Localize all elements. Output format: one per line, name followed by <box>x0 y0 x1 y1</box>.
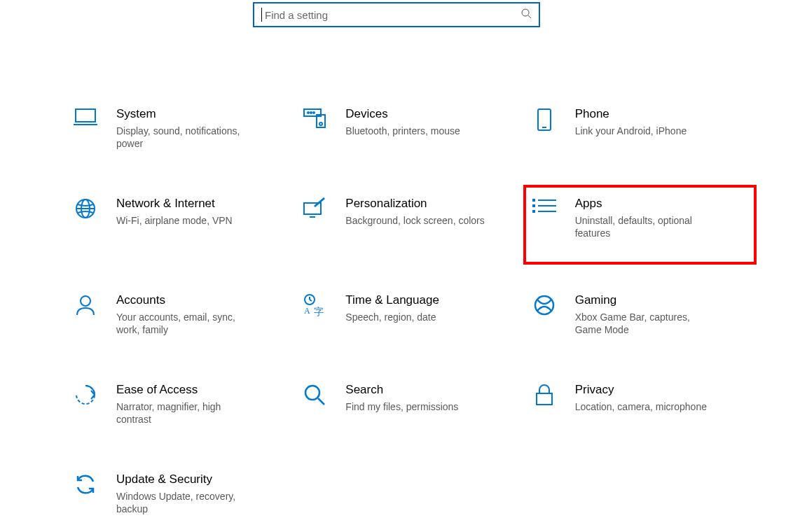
privacy-icon <box>529 382 560 406</box>
tile-title: System <box>116 106 256 122</box>
tile-subtitle: Location, camera, microphone <box>575 400 707 413</box>
tile-phone[interactable]: Phone Link your Android, iPhone <box>529 101 751 155</box>
svg-text:字: 字 <box>314 307 324 316</box>
search-input[interactable] <box>265 9 520 21</box>
tile-title: Devices <box>345 106 460 122</box>
tile-subtitle: Speech, region, date <box>345 311 439 323</box>
tile-devices[interactable]: Devices Bluetooth, printers, mouse <box>299 101 521 155</box>
svg-line-31 <box>318 398 324 405</box>
text-caret <box>261 8 262 22</box>
svg-point-9 <box>313 112 315 113</box>
personalization-icon <box>299 196 330 218</box>
gaming-icon <box>529 293 560 316</box>
svg-rect-2 <box>76 109 95 122</box>
devices-icon <box>299 106 330 129</box>
svg-point-23 <box>81 296 90 306</box>
tile-update-security[interactable]: Update & Security Windows Update, recove… <box>70 466 292 521</box>
tile-subtitle: Find my files, permissions <box>345 400 458 413</box>
apps-icon <box>529 196 560 217</box>
svg-rect-21 <box>538 205 556 206</box>
tile-subtitle: Background, lock screen, colors <box>345 214 484 227</box>
phone-icon <box>529 106 560 132</box>
tile-apps[interactable]: Apps Uninstall, defaults, optional featu… <box>529 190 751 259</box>
tile-title: Update & Security <box>116 472 256 487</box>
tile-network[interactable]: Network & Internet Wi-Fi, airplane mode,… <box>70 190 292 252</box>
tile-subtitle: Wi-Fi, airplane mode, VPN <box>116 214 233 227</box>
search-icon <box>520 8 532 22</box>
tile-subtitle: Your accounts, email, sync, work, family <box>116 311 256 336</box>
svg-line-26 <box>310 300 312 301</box>
tile-subtitle: Uninstall, defaults, optional features <box>575 214 715 239</box>
tile-personalization[interactable]: Personalization Background, lock screen,… <box>299 190 521 252</box>
tile-time-language[interactable]: A 字 Time & Language Speech, region, date <box>299 287 521 342</box>
accounts-icon <box>70 293 101 316</box>
svg-rect-18 <box>532 204 535 207</box>
svg-rect-19 <box>532 210 535 213</box>
svg-point-8 <box>310 112 312 113</box>
tile-search[interactable]: Search Find my files, permissions <box>299 377 521 431</box>
tile-gaming[interactable]: Gaming Xbox Game Bar, captures, Game Mod… <box>529 287 751 342</box>
tile-system[interactable]: System Display, sound, notifications, po… <box>70 101 292 155</box>
svg-line-1 <box>528 15 531 18</box>
tile-title: Personalization <box>345 196 484 211</box>
svg-point-30 <box>305 386 319 400</box>
tile-title: Apps <box>575 196 715 211</box>
svg-point-7 <box>308 112 309 113</box>
tile-ease-of-access[interactable]: Ease of Access Narrator, magnifier, high… <box>70 377 292 431</box>
system-icon <box>70 106 101 126</box>
tile-title: Search <box>345 382 458 398</box>
tile-privacy[interactable]: Privacy Location, camera, microphone <box>529 377 751 431</box>
tile-title: Ease of Access <box>116 382 256 398</box>
tile-title: Phone <box>575 106 687 122</box>
tile-subtitle: Bluetooth, printers, mouse <box>345 125 460 137</box>
update-icon <box>70 472 101 496</box>
search-box[interactable] <box>253 2 540 27</box>
tile-subtitle: Display, sound, notifications, power <box>116 125 256 150</box>
tile-subtitle: Xbox Game Bar, captures, Game Mode <box>575 311 715 336</box>
tile-title: Accounts <box>116 293 256 308</box>
svg-rect-22 <box>538 211 556 212</box>
tile-subtitle: Link your Android, iPhone <box>575 125 687 137</box>
svg-rect-32 <box>537 393 552 405</box>
svg-point-6 <box>319 122 322 125</box>
svg-text:A: A <box>304 306 310 316</box>
tile-subtitle: Narrator, magnifier, high contrast <box>116 400 256 426</box>
tile-title: Privacy <box>575 382 707 398</box>
tile-subtitle: Windows Update, recovery, backup <box>116 490 256 515</box>
svg-rect-20 <box>538 200 556 201</box>
tile-title: Time & Language <box>345 293 439 308</box>
search-category-icon <box>299 382 330 406</box>
ease-of-access-icon <box>70 382 101 406</box>
svg-point-29 <box>535 296 553 314</box>
svg-point-0 <box>522 9 529 16</box>
tile-title: Gaming <box>575 293 715 308</box>
time-language-icon: A 字 <box>299 293 330 316</box>
svg-rect-15 <box>304 203 321 214</box>
globe-icon <box>70 196 101 220</box>
tile-title: Network & Internet <box>116 196 233 211</box>
tile-accounts[interactable]: Accounts Your accounts, email, sync, wor… <box>70 287 292 342</box>
svg-rect-17 <box>532 199 535 202</box>
